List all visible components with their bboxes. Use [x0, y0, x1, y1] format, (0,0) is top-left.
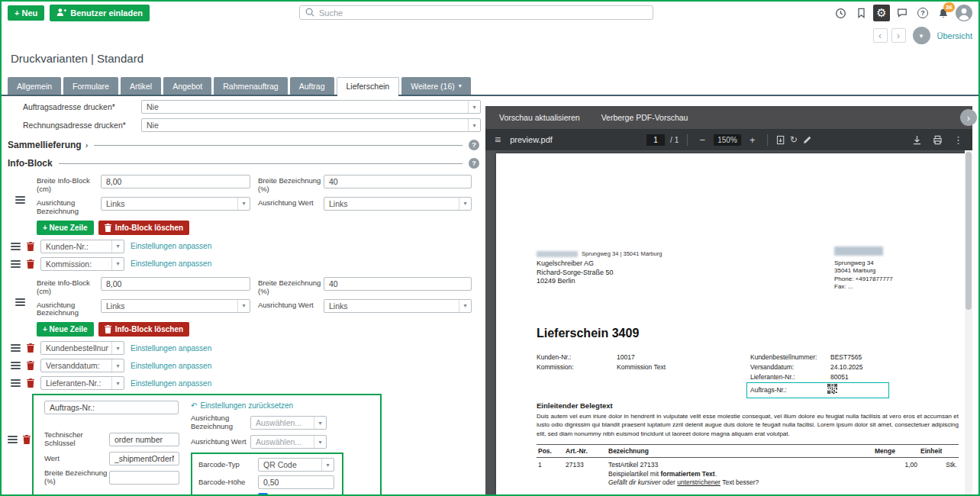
- breite-info-block-input[interactable]: [101, 175, 250, 188]
- zoom-out-button[interactable]: −: [696, 134, 708, 146]
- einstellungen-anpassen-link[interactable]: Einstellungen anpassen: [131, 362, 211, 370]
- kommission-select[interactable]: Kommission:▾: [40, 257, 124, 271]
- drag-handle-icon[interactable]: [8, 436, 18, 443]
- wert-input[interactable]: [109, 452, 179, 465]
- breite-bezeichnung-input[interactable]: [324, 175, 472, 188]
- auftragsadresse-select[interactable]: Nie ▾: [141, 100, 481, 114]
- more-options-icon[interactable]: ⋮: [953, 134, 963, 146]
- breite-bezeichnung-input[interactable]: [109, 471, 179, 485]
- col-einheit: Einheit: [919, 445, 959, 458]
- drag-handle-icon[interactable]: [11, 362, 21, 369]
- einstellungen-anpassen-link[interactable]: Einstellungen anpassen: [131, 379, 211, 388]
- kunden-nr-select[interactable]: Kunden-Nr.:▾: [40, 240, 124, 253]
- history-icon[interactable]: [832, 5, 849, 21]
- annotate-icon[interactable]: [803, 136, 811, 144]
- meta-value: 80051: [830, 372, 849, 382]
- auftrags-nr-input[interactable]: [44, 401, 179, 414]
- tab-artikel[interactable]: Artikel: [121, 77, 161, 95]
- nav-back-button[interactable]: ‹: [873, 28, 888, 43]
- info-block-loeschen-button[interactable]: Info-Block löschen: [98, 221, 189, 235]
- trash-icon[interactable]: [27, 361, 34, 370]
- ausrichtung-bezeichnung-label: Ausrichtung Bezeichnung: [37, 299, 101, 318]
- new-button[interactable]: + Neu: [8, 5, 44, 21]
- section-title-sammellieferung[interactable]: Sammellieferung: [8, 140, 82, 150]
- section-title-info-block[interactable]: Info-Block: [8, 158, 53, 169]
- rechnungsadresse-select[interactable]: Nie ▾: [141, 118, 481, 132]
- pdf-sidebar-toggle-icon[interactable]: ≡: [495, 134, 501, 146]
- rotate-icon[interactable]: ↻: [790, 134, 798, 145]
- chat-icon[interactable]: [894, 5, 911, 21]
- tab-lieferschein[interactable]: Lieferschein: [337, 77, 400, 95]
- trash-icon[interactable]: [27, 259, 34, 269]
- einstellungen-anpassen-link[interactable]: Einstellungen anpassen: [131, 344, 211, 353]
- kundenbestellnummer-select[interactable]: Kundenbestellnummer:▾: [40, 341, 124, 355]
- collapse-preview-button[interactable]: ›: [960, 109, 977, 126]
- ausrichtung-bezeichnung-select[interactable]: Links▾: [101, 299, 250, 313]
- print-icon[interactable]: [933, 135, 943, 145]
- drag-handle-icon[interactable]: [15, 298, 25, 306]
- zoom-in-button[interactable]: +: [746, 134, 759, 146]
- drag-handle-icon[interactable]: [11, 260, 21, 268]
- notifications-bell-icon[interactable]: 36: [935, 5, 952, 21]
- tab-formulare[interactable]: Formulare: [63, 77, 118, 95]
- pdf-page: Sprungweg 34 | 35041 Marburg Kugelschrei…: [496, 153, 965, 494]
- search-input[interactable]: [319, 8, 647, 18]
- barcode-hoehe-input[interactable]: [258, 475, 334, 489]
- versanddatum-select[interactable]: Versanddatum:▾: [40, 359, 124, 372]
- info-block-loeschen-button[interactable]: Info-Block löschen: [98, 322, 189, 337]
- ausrichtung-wert-select[interactable]: Auswählen...▾: [250, 435, 327, 449]
- drag-handle-icon[interactable]: [15, 196, 25, 204]
- neue-zeile-button[interactable]: + Neue Zeile: [37, 221, 94, 235]
- einstellungen-anpassen-link[interactable]: Einstellungen anpassen: [131, 242, 211, 250]
- barcode-typ-select[interactable]: QR Code▾: [258, 458, 334, 472]
- drag-handle-icon[interactable]: [11, 344, 21, 352]
- ausrichtung-bezeichnung-select[interactable]: Links▾: [101, 197, 250, 211]
- lieferanten-nr-select[interactable]: Lieferanten-Nr.:▾: [40, 376, 124, 390]
- settings-gear-icon[interactable]: ⚙: [873, 5, 890, 21]
- help-icon[interactable]: ?: [469, 158, 479, 169]
- einstellungen-zuruecksetzen-link[interactable]: ↶ Einstellungen zurücksetzen: [191, 401, 293, 410]
- breite-bezeichnung-input[interactable]: [324, 277, 472, 291]
- redacted-company-logo: [834, 246, 883, 256]
- tab-angebot[interactable]: Angebot: [163, 77, 211, 95]
- drag-handle-icon[interactable]: [11, 379, 21, 387]
- trash-icon[interactable]: [27, 343, 34, 353]
- pdf-scrollbar-thumb[interactable]: [965, 152, 972, 310]
- fit-page-icon[interactable]: [776, 135, 785, 145]
- bookmark-icon[interactable]: [853, 5, 869, 21]
- trash-icon[interactable]: [27, 378, 34, 388]
- einstellungen-anpassen-link[interactable]: Einstellungen anpassen: [131, 259, 211, 268]
- tab-weitere[interactable]: Weitere (16)▾: [401, 77, 471, 95]
- trash-icon[interactable]: [23, 435, 31, 444]
- refresh-preview-button[interactable]: Vorschau aktualisieren: [499, 113, 580, 122]
- undo-icon: ↶: [191, 401, 197, 410]
- nav-forward-button[interactable]: ›: [891, 28, 906, 43]
- overview-link[interactable]: Übersicht: [937, 31, 972, 40]
- tab-auftrag[interactable]: Auftrag: [290, 77, 334, 95]
- zoom-level: 150%: [714, 134, 741, 146]
- drag-handle-icon[interactable]: [11, 243, 21, 250]
- download-icon[interactable]: [912, 135, 922, 145]
- page-number-input[interactable]: [646, 134, 665, 146]
- help-icon[interactable]: ?: [469, 140, 479, 150]
- ausrichtung-bezeichnung-select[interactable]: Auswählen...▾: [250, 416, 327, 430]
- neue-zeile-button[interactable]: + Neue Zeile: [37, 322, 94, 337]
- ausrichtung-wert-select[interactable]: Links▾: [324, 299, 472, 313]
- technischer-schluessel-input[interactable]: [109, 433, 179, 446]
- record-menu-button[interactable]: ▾: [913, 27, 930, 44]
- help-icon[interactable]: ?: [914, 5, 931, 21]
- invite-user-button[interactable]: Benutzer einladen: [50, 5, 150, 21]
- preview-actions-bar: Vorschau aktualisieren Verberge PDF-Vors…: [485, 106, 972, 129]
- als-barcode-checkbox[interactable]: [258, 493, 268, 494]
- hide-preview-button[interactable]: Verberge PDF-Vorschau: [601, 113, 688, 122]
- caret-down-icon: ▾: [459, 300, 471, 312]
- trash-icon[interactable]: [27, 242, 34, 251]
- meta-label: Kommission:: [537, 362, 617, 372]
- pdf-scrollbar[interactable]: [965, 150, 972, 494]
- tab-rahmenauftrag[interactable]: Rahmenauftrag: [214, 77, 287, 95]
- breite-info-block-input[interactable]: [101, 277, 250, 291]
- tab-allgemein[interactable]: Allgemein: [8, 77, 61, 95]
- user-avatar[interactable]: [956, 5, 972, 21]
- col-pos: Pos.: [537, 445, 564, 458]
- ausrichtung-wert-select[interactable]: Links▾: [324, 197, 472, 211]
